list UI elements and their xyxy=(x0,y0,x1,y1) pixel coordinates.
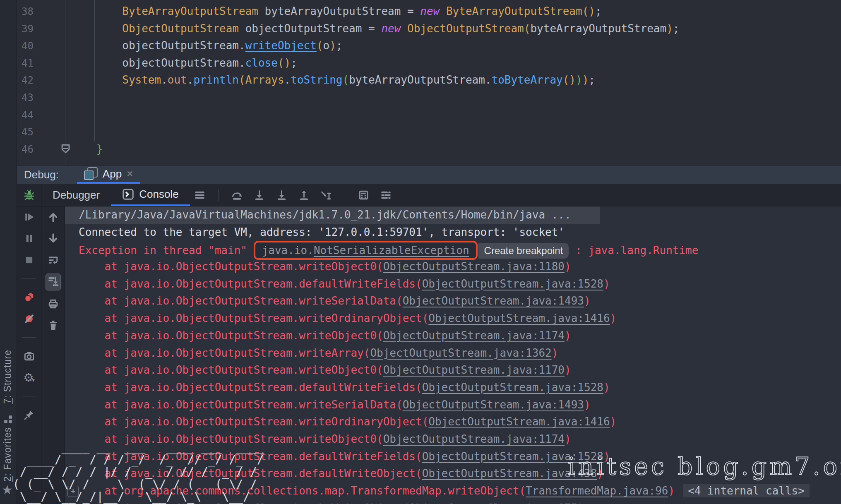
stack-frame-link[interactable]: ObjectOutputStream.java:1180 xyxy=(383,260,565,273)
soft-wrap-icon[interactable] xyxy=(48,254,59,266)
code-line: 39 ObjectOutputStream objectOutputStream… xyxy=(17,20,841,38)
view-options-icon[interactable] xyxy=(380,190,392,201)
console-line: at java.io.ObjectOutputStream.writeOrdin… xyxy=(65,310,616,327)
debug-toolbar-row: Debugger Console xyxy=(17,184,841,206)
print-icon[interactable] xyxy=(48,298,59,310)
exception-package: java.io. xyxy=(262,244,314,257)
console-line: /Library/Java/JavaVirtualMachines/jdk1.7… xyxy=(65,206,600,224)
stack-frame-link[interactable]: ObjectOutputStream.java:1416 xyxy=(428,415,610,428)
separator xyxy=(22,396,36,396)
stack-frame-text: at java.io.ObjectOutputStream.writeOrdin… xyxy=(79,312,428,324)
evaluate-expression-icon[interactable] xyxy=(358,190,369,201)
settings-icon[interactable]: ⚙▾ xyxy=(24,372,35,383)
step-over-icon[interactable] xyxy=(231,190,243,201)
clear-icon[interactable] xyxy=(48,320,59,331)
step-into-icon[interactable] xyxy=(254,190,265,201)
stack-frame-text: at java.io.ObjectOutputStream.writeObjec… xyxy=(79,433,383,445)
stack-frame-link[interactable]: ObjectOutputStream.java:1493 xyxy=(403,295,584,307)
console-line: at java.io.ObjectOutputStream.writeObjec… xyxy=(65,362,571,379)
stack-frame-link[interactable]: ObjectOutputStream.java:1528 xyxy=(422,278,603,290)
debug-label: Debug: xyxy=(17,168,59,181)
console-line: at java.io.ObjectStreamClass.invokeWrite… xyxy=(65,500,584,504)
stack-frame-text: ) xyxy=(584,295,591,307)
stack-frame-text: ) xyxy=(668,485,675,497)
scroll-to-end-icon[interactable] xyxy=(48,276,59,287)
console-line: at java.io.ObjectOutputStream.writeObjec… xyxy=(65,327,571,345)
close-icon[interactable]: × xyxy=(127,168,133,180)
pause-icon[interactable] xyxy=(24,233,35,244)
tab-debugger[interactable]: Debugger xyxy=(41,184,111,206)
line-number: 38 xyxy=(17,3,34,21)
console-line: at java.io.ObjectOutputStream.writeSeria… xyxy=(65,293,591,310)
stack-frame-text: ) xyxy=(565,433,571,445)
resume-icon[interactable] xyxy=(24,211,35,223)
stack-frame-text: ) xyxy=(603,450,610,463)
exception-class-link[interactable]: NotSerializableException xyxy=(314,244,469,257)
view-breakpoints-icon[interactable] xyxy=(24,292,35,303)
debug-actions-column: ⚙▾ xyxy=(17,206,41,504)
down-icon[interactable] xyxy=(48,233,59,244)
console-line: at java.io.ObjectOutputStream.writeOrdin… xyxy=(65,413,616,431)
session-tab-label: App xyxy=(103,168,122,180)
stack-frame-link[interactable]: ObjectOutputStream.java:1174 xyxy=(383,433,565,445)
stack-frame-link[interactable]: ObjectOutputStream.java:1170 xyxy=(383,364,565,376)
stop-icon[interactable] xyxy=(24,254,35,266)
scroll-to-end-selected[interactable] xyxy=(46,274,61,290)
console-output[interactable]: /Library/Java/JavaVirtualMachines/jdk1.7… xyxy=(65,206,841,504)
stack-frame-link[interactable]: ObjectOutputStream.java:1528 xyxy=(422,381,603,394)
stack-frame-text: ) xyxy=(565,364,571,376)
console-line: Exception in thread "main" java.io.NotSe… xyxy=(65,241,698,258)
code-line: 41 objectOutputStream.close(); xyxy=(17,55,841,72)
tab-debugger-label: Debugger xyxy=(53,189,100,202)
tool-window-stripe: 7: Structure 2: Favorites ★ xyxy=(0,0,17,504)
code-editor[interactable]: 38 ByteArrayOutputStream byteArrayOutput… xyxy=(17,0,841,165)
sidebar-item-favorites[interactable]: 2: Favorites xyxy=(2,427,13,482)
separator xyxy=(218,189,219,201)
mute-breakpoints-icon[interactable] xyxy=(24,313,35,324)
pin-icon[interactable] xyxy=(24,409,35,420)
fold-expand-button[interactable]: + xyxy=(67,486,79,497)
line-number: 42 xyxy=(17,72,34,89)
internal-calls-badge[interactable]: <4 internal calls> xyxy=(683,484,810,497)
stack-frame-link[interactable]: ObjectOutputStream.java:1416 xyxy=(428,312,610,324)
up-icon[interactable] xyxy=(48,211,59,223)
ide-window: 7: Structure 2: Favorites ★ 38 ByteArray… xyxy=(0,0,841,504)
console-line: at java.io.ObjectOutputStream.writeObjec… xyxy=(65,431,571,448)
separator xyxy=(22,278,36,279)
debug-header: Debug: App × xyxy=(17,165,841,184)
star-icon[interactable]: ★ xyxy=(2,482,13,497)
create-breakpoint-hint[interactable]: Create breakpoint xyxy=(478,243,569,259)
stack-frame-link[interactable]: ObjectOutputStream.java:1493 xyxy=(403,398,584,411)
stack-frame-link[interactable]: ObjectOutputStream.java:1174 xyxy=(383,329,565,342)
run-to-cursor-icon[interactable] xyxy=(321,190,332,201)
stack-frame-link[interactable]: ObjectStreamClass.java:975 xyxy=(409,502,577,504)
stack-frame-text: ) xyxy=(565,329,571,342)
structure-icon[interactable] xyxy=(2,414,14,425)
stack-frame-link[interactable]: TransformedMap.java:96 xyxy=(526,485,668,497)
stack-frame-link[interactable]: ObjectOutputStream.java:1362 xyxy=(370,347,551,359)
console-line: + at org.apache.commons.collections.map.… xyxy=(65,482,810,500)
code-line: 44 xyxy=(17,106,841,124)
stack-frame-text: ) xyxy=(597,467,603,480)
step-out-icon[interactable] xyxy=(298,190,310,201)
force-step-into-icon[interactable] xyxy=(276,190,287,201)
stack-frame-text: ) xyxy=(552,347,558,359)
tab-console[interactable]: Console xyxy=(111,184,190,206)
layout-menu-icon[interactable] xyxy=(194,190,205,201)
stack-frame-text: at java.io.ObjectOutputStream.writeObjec… xyxy=(79,364,383,376)
stack-frame-text: ) xyxy=(584,398,591,411)
fold-marker-icon[interactable] xyxy=(60,143,71,154)
tab-console-label: Console xyxy=(139,188,178,201)
stack-frame-text: at java.io.ObjectStreamClass.invokeWrite… xyxy=(79,502,409,504)
sidebar-item-structure[interactable]: 7: Structure xyxy=(2,350,13,404)
line-number: 46 xyxy=(17,141,34,158)
stack-frame-text: at java.io.ObjectOutputStream.writeObjec… xyxy=(79,329,383,342)
line-number: 40 xyxy=(17,38,34,55)
session-tab-app[interactable]: App × xyxy=(77,166,140,184)
console-line: Connected to the target VM, address: '12… xyxy=(65,224,565,241)
stack-frame-text: at java.io.ObjectOutputStream.writeSeria… xyxy=(79,295,403,307)
console-line: at java.io.ObjectOutputStream.defaultWri… xyxy=(65,465,603,482)
stack-frame-link[interactable]: ObjectOutputStream.java:1528 xyxy=(422,450,603,463)
thread-dump-icon[interactable] xyxy=(24,350,35,362)
stack-frame-link[interactable]: ObjectOutputStream.java:438 xyxy=(422,467,597,480)
